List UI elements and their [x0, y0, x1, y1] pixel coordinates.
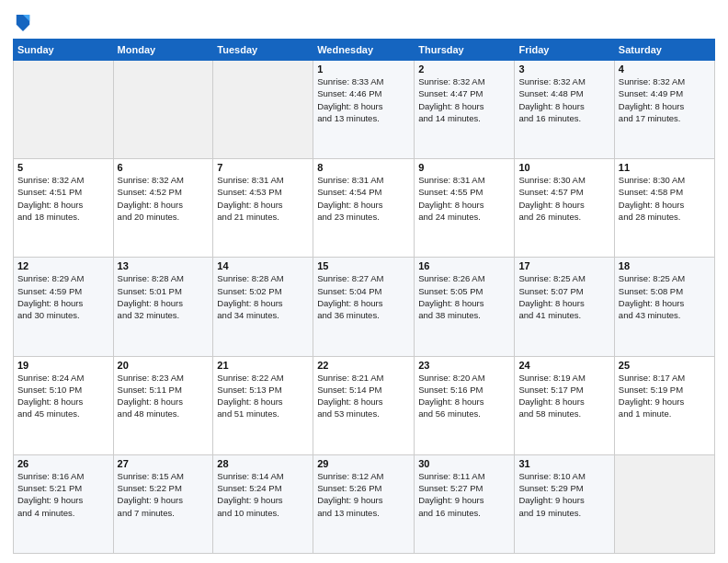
day-info-line: Daylight: 9 hours — [619, 396, 711, 408]
day-info-21: Sunrise: 8:22 AMSunset: 5:13 PMDaylight:… — [217, 372, 309, 420]
day-info-line: Sunset: 5:29 PM — [518, 482, 609, 494]
day-info-line: Sunset: 5:07 PM — [518, 285, 609, 297]
day-info-24: Sunrise: 8:19 AMSunset: 5:17 PMDaylight:… — [518, 372, 609, 420]
day-info-line: and 38 minutes. — [418, 309, 510, 321]
day-cell-8: 8Sunrise: 8:31 AMSunset: 4:54 PMDaylight… — [313, 159, 415, 258]
day-info-line: Sunset: 4:51 PM — [17, 186, 109, 198]
day-info-line: Sunset: 5:10 PM — [17, 384, 109, 396]
day-info-line: Daylight: 8 hours — [518, 199, 609, 211]
day-info-line: Daylight: 8 hours — [619, 100, 711, 112]
day-number-9: 9 — [418, 162, 510, 173]
day-cell-27: 27Sunrise: 8:15 AMSunset: 5:22 PMDayligh… — [113, 454, 213, 553]
day-cell-19: 19Sunrise: 8:24 AMSunset: 5:10 PMDayligh… — [14, 356, 114, 454]
weekday-header-friday: Friday — [515, 40, 614, 61]
day-cell-2: 2Sunrise: 8:32 AMSunset: 4:47 PMDaylight… — [415, 61, 515, 159]
day-info-line: and 17 minutes. — [619, 112, 711, 124]
day-info-line: Daylight: 8 hours — [619, 199, 711, 211]
day-info-line: Sunset: 4:47 PM — [418, 87, 510, 99]
day-info-line: Daylight: 8 hours — [17, 199, 109, 211]
day-number-7: 7 — [217, 162, 309, 173]
day-info-13: Sunrise: 8:28 AMSunset: 5:01 PMDaylight:… — [118, 272, 210, 321]
day-info-line: Sunset: 5:14 PM — [317, 384, 410, 396]
day-info-line: Sunset: 5:26 PM — [317, 482, 410, 494]
day-info-line: Daylight: 8 hours — [418, 297, 510, 309]
day-info-15: Sunrise: 8:27 AMSunset: 5:04 PMDaylight:… — [317, 272, 410, 321]
day-info-line: Sunset: 5:11 PM — [118, 384, 210, 396]
day-number-22: 22 — [317, 360, 410, 371]
day-info-line: Sunrise: 8:12 AM — [317, 470, 410, 482]
day-info-line: and 23 minutes. — [317, 211, 410, 223]
day-info-27: Sunrise: 8:15 AMSunset: 5:22 PMDaylight:… — [118, 470, 210, 519]
day-cell-5: 5Sunrise: 8:32 AMSunset: 4:51 PMDaylight… — [14, 159, 114, 258]
day-info-1: Sunrise: 8:33 AMSunset: 4:46 PMDaylight:… — [317, 75, 410, 124]
day-cell-22: 22Sunrise: 8:21 AMSunset: 5:14 PMDayligh… — [313, 356, 415, 454]
day-number-10: 10 — [518, 162, 609, 173]
day-number-17: 17 — [518, 260, 609, 271]
day-info-line: Sunset: 5:21 PM — [17, 482, 109, 494]
day-info-line: Daylight: 8 hours — [118, 297, 210, 309]
day-info-line: Daylight: 9 hours — [217, 494, 309, 506]
calendar-week-1: 1Sunrise: 8:33 AMSunset: 4:46 PMDaylight… — [14, 61, 715, 159]
day-info-line: Sunset: 5:16 PM — [418, 384, 510, 396]
day-info-19: Sunrise: 8:24 AMSunset: 5:10 PMDaylight:… — [17, 372, 109, 420]
day-number-27: 27 — [118, 458, 210, 469]
empty-cell — [614, 454, 714, 553]
day-cell-23: 23Sunrise: 8:20 AMSunset: 5:16 PMDayligh… — [415, 356, 515, 454]
day-cell-20: 20Sunrise: 8:23 AMSunset: 5:11 PMDayligh… — [113, 356, 213, 454]
day-cell-16: 16Sunrise: 8:26 AMSunset: 5:05 PMDayligh… — [415, 258, 515, 356]
day-info-line: Daylight: 8 hours — [217, 396, 309, 408]
day-info-line: Sunset: 4:46 PM — [317, 87, 410, 99]
day-info-29: Sunrise: 8:12 AMSunset: 5:26 PMDaylight:… — [317, 470, 410, 519]
weekday-header-row: SundayMondayTuesdayWednesdayThursdayFrid… — [14, 40, 715, 61]
day-info-line: Daylight: 8 hours — [418, 100, 510, 112]
calendar-week-3: 12Sunrise: 8:29 AMSunset: 4:59 PMDayligh… — [14, 258, 715, 356]
day-info-line: Sunset: 5:27 PM — [418, 482, 510, 494]
day-info-line: Daylight: 8 hours — [118, 396, 210, 408]
day-info-line: Sunrise: 8:19 AM — [518, 372, 609, 384]
day-info-line: Daylight: 9 hours — [518, 494, 609, 506]
day-info-line: Daylight: 8 hours — [317, 297, 410, 309]
day-info-line: Sunset: 5:13 PM — [217, 384, 309, 396]
day-number-12: 12 — [17, 260, 109, 271]
day-cell-1: 1Sunrise: 8:33 AMSunset: 4:46 PMDaylight… — [313, 61, 415, 159]
calendar-week-2: 5Sunrise: 8:32 AMSunset: 4:51 PMDaylight… — [14, 159, 715, 258]
day-info-line: Sunrise: 8:28 AM — [217, 272, 309, 284]
day-cell-7: 7Sunrise: 8:31 AMSunset: 4:53 PMDaylight… — [213, 159, 313, 258]
day-info-line: Sunset: 5:08 PM — [619, 285, 711, 297]
day-info-line: Daylight: 8 hours — [317, 396, 410, 408]
day-info-10: Sunrise: 8:30 AMSunset: 4:57 PMDaylight:… — [518, 174, 609, 223]
day-info-line: Sunset: 4:53 PM — [217, 186, 309, 198]
weekday-header-thursday: Thursday — [415, 40, 515, 61]
day-info-line: Sunset: 4:52 PM — [118, 186, 210, 198]
logo-icon — [15, 13, 31, 33]
day-number-16: 16 — [418, 260, 510, 271]
day-info-16: Sunrise: 8:26 AMSunset: 5:05 PMDaylight:… — [418, 272, 510, 321]
day-info-line: Sunset: 4:58 PM — [619, 186, 711, 198]
day-number-19: 19 — [17, 360, 109, 371]
day-info-line: Sunrise: 8:20 AM — [418, 372, 510, 384]
day-info-line: and 45 minutes. — [17, 408, 109, 419]
day-number-26: 26 — [17, 458, 109, 469]
day-info-line: Sunset: 5:05 PM — [418, 285, 510, 297]
day-info-line: Daylight: 8 hours — [317, 199, 410, 211]
day-info-22: Sunrise: 8:21 AMSunset: 5:14 PMDaylight:… — [317, 372, 410, 420]
day-number-29: 29 — [317, 458, 410, 469]
day-info-line: Sunset: 5:17 PM — [518, 384, 609, 396]
day-info-line: and 58 minutes. — [518, 408, 609, 419]
day-info-26: Sunrise: 8:16 AMSunset: 5:21 PMDaylight:… — [17, 470, 109, 519]
day-cell-29: 29Sunrise: 8:12 AMSunset: 5:26 PMDayligh… — [313, 454, 415, 553]
day-number-8: 8 — [317, 162, 410, 173]
day-info-line: Sunrise: 8:22 AM — [217, 372, 309, 384]
empty-cell — [213, 61, 313, 159]
day-cell-10: 10Sunrise: 8:30 AMSunset: 4:57 PMDayligh… — [515, 159, 614, 258]
day-number-3: 3 — [518, 63, 609, 75]
day-info-line: Sunrise: 8:23 AM — [118, 372, 210, 384]
day-info-line: Sunrise: 8:24 AM — [17, 372, 109, 384]
day-info-11: Sunrise: 8:30 AMSunset: 4:58 PMDaylight:… — [619, 174, 711, 223]
day-info-2: Sunrise: 8:32 AMSunset: 4:47 PMDaylight:… — [418, 75, 510, 124]
day-info-line: Sunset: 5:01 PM — [118, 285, 210, 297]
day-cell-6: 6Sunrise: 8:32 AMSunset: 4:52 PMDaylight… — [113, 159, 213, 258]
day-info-line: and 56 minutes. — [418, 408, 510, 419]
day-info-line: Sunrise: 8:33 AM — [317, 75, 410, 87]
day-info-line: Daylight: 8 hours — [518, 297, 609, 309]
